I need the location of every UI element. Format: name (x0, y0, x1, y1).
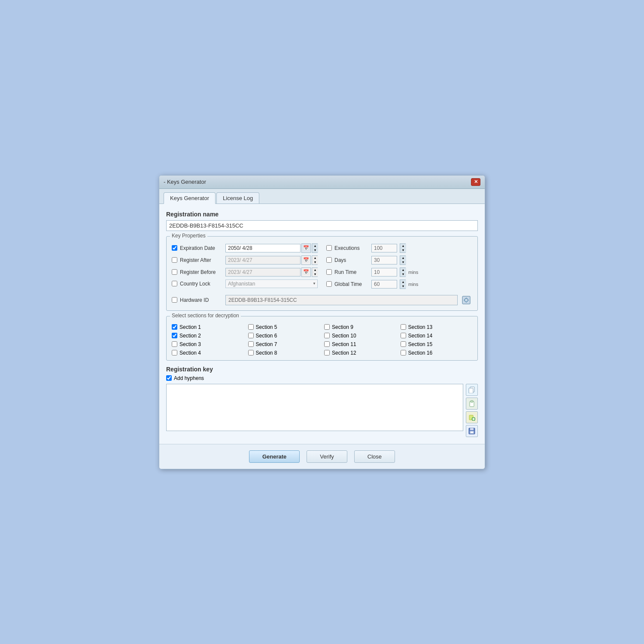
expiration-date-up[interactable]: ▲ (312, 244, 318, 248)
register-after-row: Register After 📅 ▲ ▼ (172, 255, 318, 265)
key-properties-title: Key Properties (170, 233, 207, 239)
add-hyphens-checkbox[interactable] (166, 375, 172, 381)
run-time-input[interactable] (371, 268, 397, 276)
section-3-checkbox[interactable] (324, 324, 330, 330)
run-time-label: Run Time (334, 269, 369, 275)
run-time-up[interactable]: ▲ (400, 268, 406, 272)
register-before-row: Register Before 📅 ▲ ▼ (172, 267, 318, 277)
tab-license-log[interactable]: License Log (216, 192, 259, 204)
register-before-label: Register Before (180, 269, 223, 275)
left-col: Expiration Date 📅 ▲ ▼ R (172, 243, 318, 292)
days-up[interactable]: ▲ (400, 256, 406, 260)
executions-input[interactable] (371, 244, 397, 252)
hardware-scan-icon (462, 295, 471, 305)
global-time-down[interactable]: ▼ (400, 284, 406, 289)
register-after-up: ▲ (312, 256, 318, 260)
list-item: Section 14 (401, 333, 473, 339)
hardware-id-scan-button[interactable] (460, 294, 472, 306)
close-button[interactable]: Close (354, 450, 395, 463)
list-item: Section 1 (172, 324, 244, 330)
register-before-up: ▲ (312, 268, 318, 272)
register-after-label: Register After (180, 257, 223, 263)
svg-rect-0 (462, 296, 470, 304)
expiration-date-checkbox[interactable] (172, 245, 177, 251)
paste-button[interactable] (466, 398, 478, 410)
sections-group: Select sections for decryption Section 1… (166, 316, 478, 361)
section-4-checkbox[interactable] (401, 324, 406, 330)
section-4-label: Section 13 (408, 324, 433, 330)
register-before-checkbox[interactable] (172, 269, 177, 275)
hardware-id-input[interactable] (225, 295, 458, 305)
section-2-checkbox[interactable] (248, 324, 254, 330)
hardware-id-checkbox[interactable] (172, 297, 177, 303)
section-16-checkbox[interactable] (401, 350, 406, 355)
add-hyphens-row: Add hyphens (166, 375, 478, 381)
global-time-checkbox[interactable] (326, 281, 332, 287)
save-button[interactable] (466, 425, 478, 437)
section-11-label: Section 11 (332, 341, 356, 347)
expiration-date-cal-btn[interactable]: 📅 (301, 243, 311, 253)
section-13-checkbox[interactable] (172, 350, 177, 355)
run-time-down[interactable]: ▼ (400, 272, 406, 276)
generate-button[interactable]: Generate (249, 450, 300, 463)
global-time-up[interactable]: ▲ (400, 280, 406, 284)
tab-keys-generator[interactable]: Keys Generator (164, 192, 216, 204)
section-11-checkbox[interactable] (324, 341, 330, 347)
section-1-label: Section 1 (179, 324, 201, 330)
section-14-checkbox[interactable] (248, 350, 254, 355)
section-8-checkbox[interactable] (401, 333, 406, 338)
registration-key-textarea[interactable] (166, 384, 463, 431)
registration-name-input[interactable] (166, 220, 478, 231)
add-button[interactable] (466, 411, 478, 423)
reg-key-buttons (466, 384, 478, 437)
global-time-input[interactable] (371, 280, 397, 289)
section-5-label: Section 2 (179, 333, 201, 339)
register-after-cal-btn: 📅 (301, 255, 311, 265)
days-label: Days (334, 257, 369, 263)
section-10-checkbox[interactable] (248, 341, 254, 347)
hardware-id-label: Hardware ID (180, 297, 223, 303)
country-lock-dropdown[interactable]: Afghanistan (225, 279, 318, 288)
section-9-checkbox[interactable] (172, 341, 177, 347)
days-down[interactable]: ▼ (400, 260, 406, 264)
section-1-checkbox[interactable] (172, 324, 177, 330)
register-before-input[interactable] (225, 268, 301, 276)
run-time-checkbox[interactable] (326, 269, 332, 275)
executions-checkbox[interactable] (326, 245, 332, 251)
section-3-label: Section 9 (332, 324, 353, 330)
section-15-checkbox[interactable] (324, 350, 330, 355)
list-item: Section 3 (172, 341, 244, 347)
close-icon[interactable]: ✕ (471, 178, 480, 186)
section-12-checkbox[interactable] (401, 341, 406, 347)
register-after-input[interactable] (225, 256, 301, 264)
section-6-checkbox[interactable] (248, 333, 254, 338)
days-input[interactable] (371, 256, 397, 264)
svg-rect-15 (470, 428, 474, 430)
title-bar: - Keys Generator ✕ (159, 176, 485, 189)
expiration-date-down[interactable]: ▼ (312, 248, 318, 252)
executions-down[interactable]: ▼ (400, 248, 406, 252)
country-lock-label: Country Lock (180, 281, 223, 287)
copy-button[interactable] (466, 384, 478, 396)
sections-title: Select sections for decryption (170, 313, 241, 319)
executions-up[interactable]: ▲ (400, 244, 406, 248)
list-item: Section 11 (324, 341, 396, 347)
sections-grid: Section 1Section 5Section 9Section 13Sec… (172, 324, 472, 356)
add-hyphens-label: Add hyphens (174, 375, 204, 381)
register-after-checkbox[interactable] (172, 257, 177, 263)
expiration-date-row: Expiration Date 📅 ▲ ▼ (172, 243, 318, 253)
list-item: Section 13 (401, 324, 473, 330)
run-time-unit: mins (408, 270, 418, 275)
section-10-label: Section 7 (256, 341, 277, 347)
section-16-label: Section 16 (408, 350, 433, 356)
list-item: Section 8 (248, 350, 320, 356)
days-checkbox[interactable] (326, 257, 332, 263)
section-7-checkbox[interactable] (324, 333, 330, 338)
list-item: Section 2 (172, 333, 244, 339)
list-item: Section 9 (324, 324, 396, 330)
country-lock-checkbox[interactable] (172, 281, 177, 286)
verify-button[interactable]: Verify (307, 450, 347, 463)
section-5-checkbox[interactable] (172, 333, 177, 338)
expiration-date-input[interactable] (225, 244, 301, 252)
register-before-down: ▼ (312, 272, 318, 276)
